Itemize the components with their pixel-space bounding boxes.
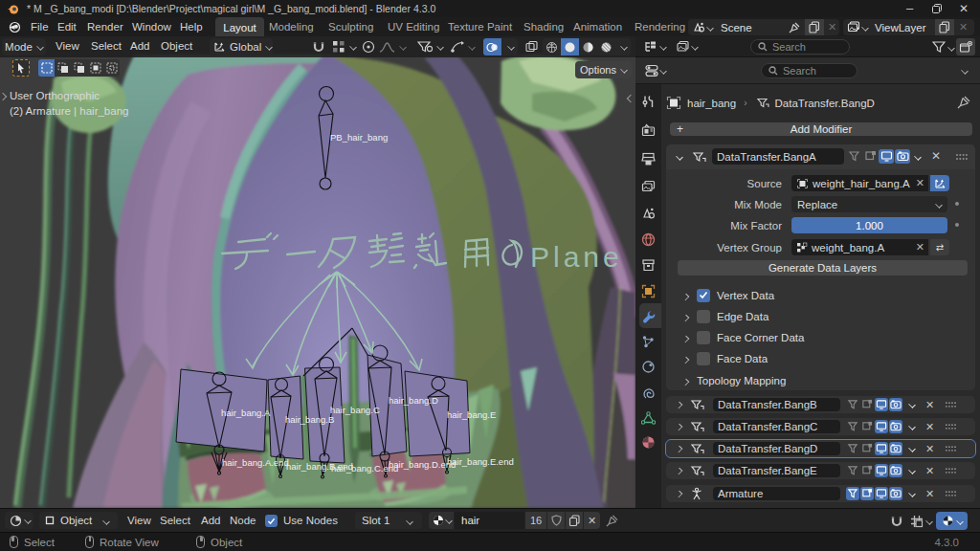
svg-text:hair_bang.E: hair_bang.E [447,409,496,420]
svg-text:PB_hair_bang: PB_hair_bang [330,132,388,143]
svg-text:hair_bang.A: hair_bang.A [221,408,271,418]
svg-text:hair_bang.B: hair_bang.B [285,414,334,425]
svg-text:hair_bang.D.end: hair_bang.D.end [389,459,456,470]
svg-text:hair_bang.D: hair_bang.D [389,395,438,406]
svg-text:hair_bang.C: hair_bang.C [330,405,380,415]
svg-text:hair_bang.E.end: hair_bang.E.end [447,456,514,467]
svg-text:hair_bang.A.end: hair_bang.A.end [222,457,289,468]
svg-text:Plane: Plane [530,241,623,273]
